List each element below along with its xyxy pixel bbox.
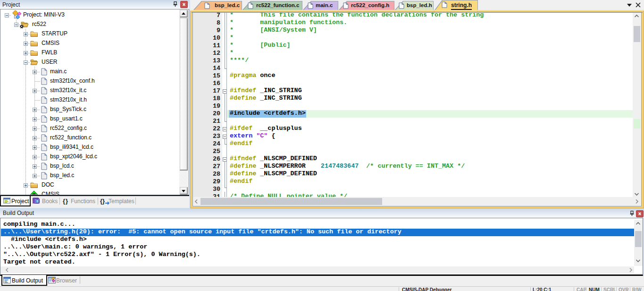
svg-text:?: ? bbox=[36, 199, 39, 204]
